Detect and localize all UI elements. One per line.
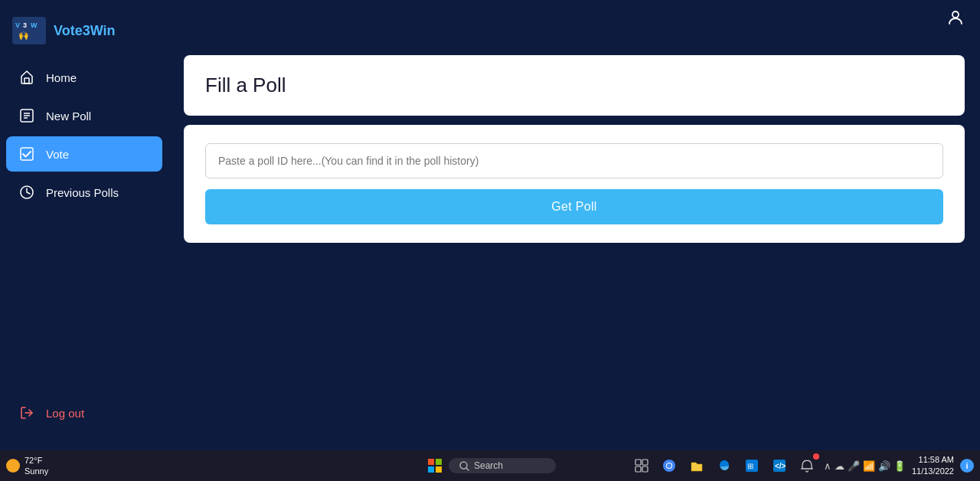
user-icon[interactable]: [946, 8, 965, 31]
chrome-icon[interactable]: [658, 455, 680, 476]
svg-rect-14: [428, 459, 434, 465]
svg-text:🙌: 🙌: [18, 30, 29, 41]
sidebar-item-home[interactable]: Home: [6, 60, 162, 95]
tray-battery-icon[interactable]: 🔋: [893, 460, 906, 472]
logo-text: Vote3Win: [54, 23, 116, 39]
logout-icon: [18, 404, 35, 421]
start-button[interactable]: [424, 455, 446, 476]
clock-date: 11/13/2022: [912, 466, 954, 477]
taskbar-right: ⊞ </> ∧ ☁ 🎤 📶 🔊 🔋: [631, 454, 974, 478]
svg-text:⊞: ⊞: [747, 462, 753, 470]
logo-icon: V 3 W 🙌: [12, 17, 46, 44]
svg-rect-15: [436, 459, 442, 465]
tray-cloud-icon[interactable]: ☁: [835, 460, 844, 472]
clock-area: 11:58 AM 11/13/2022: [912, 454, 954, 478]
main-content: Fill a Poll Get Poll: [168, 40, 980, 450]
store-icon[interactable]: ⊞: [741, 455, 763, 476]
logout-button[interactable]: Log out: [12, 398, 156, 427]
taskbar: 72°F Sunny Search: [0, 450, 980, 481]
sidebar-item-vote-label: Vote: [46, 148, 69, 161]
logo-area: V 3 W 🙌 Vote3Win: [0, 8, 168, 60]
sun-icon: [6, 459, 20, 473]
clock-time: 11:58 AM: [912, 454, 954, 466]
card-body: Get Poll: [184, 125, 965, 243]
sidebar-nav: Home New Poll: [0, 60, 168, 386]
sidebar-item-new-poll-label: New Poll: [46, 110, 91, 123]
svg-text:3: 3: [23, 21, 27, 29]
tray-volume-icon[interactable]: 🔊: [878, 460, 890, 472]
notification-icon[interactable]: [796, 455, 818, 476]
logout-label: Log out: [46, 407, 84, 420]
sidebar-item-home-label: Home: [46, 71, 77, 84]
top-header: [168, 0, 980, 40]
svg-rect-21: [642, 460, 648, 465]
tray-wifi-icon[interactable]: 📶: [863, 460, 875, 472]
temperature: 72°F: [24, 455, 48, 466]
svg-rect-17: [436, 466, 442, 473]
svg-text:W: W: [31, 21, 38, 29]
svg-point-26: [667, 463, 671, 468]
svg-text:</>: </>: [775, 462, 786, 470]
sidebar-bottom: Log out: [0, 386, 168, 443]
sys-tray: ∧ ☁ 🎤 📶 🔊 🔋: [824, 460, 906, 472]
sidebar-item-previous-polls-label: Previous Polls: [46, 186, 119, 199]
search-bar[interactable]: Search: [449, 458, 556, 473]
sidebar-item-vote[interactable]: Vote: [6, 136, 162, 172]
card-title-area: Fill a Poll: [184, 55, 965, 116]
page-title: Fill a Poll: [205, 74, 943, 97]
sidebar-item-previous-polls[interactable]: Previous Polls: [6, 175, 162, 210]
weather-text: 72°F Sunny: [24, 455, 48, 477]
get-poll-button[interactable]: Get Poll: [205, 189, 943, 224]
info-circle[interactable]: i: [960, 459, 974, 473]
svg-rect-20: [635, 460, 641, 465]
svg-line-19: [466, 468, 469, 470]
poll-id-input[interactable]: [205, 143, 943, 178]
vote-icon: [18, 146, 35, 162]
title-card: Fill a Poll: [184, 55, 965, 116]
vscode-icon[interactable]: </>: [769, 455, 790, 476]
svg-rect-5: [24, 78, 29, 83]
sidebar: V 3 W 🙌 Vote3Win Home: [0, 0, 168, 450]
new-poll-icon: [18, 107, 35, 124]
input-card: Get Poll: [184, 125, 965, 243]
sidebar-item-new-poll[interactable]: New Poll: [6, 98, 162, 133]
weather-condition: Sunny: [24, 466, 48, 476]
edge-icon[interactable]: [714, 455, 735, 476]
file-explorer-icon[interactable]: [686, 455, 707, 476]
svg-point-13: [952, 11, 959, 18]
previous-polls-icon: [18, 184, 35, 201]
home-icon: [18, 69, 35, 86]
svg-rect-16: [428, 466, 434, 473]
tray-mic-icon[interactable]: 🎤: [848, 460, 860, 472]
tray-expand-icon[interactable]: ∧: [824, 460, 831, 472]
search-label: Search: [474, 460, 503, 471]
svg-rect-23: [642, 466, 648, 472]
task-view-icon[interactable]: [631, 455, 652, 476]
taskbar-center: Search: [424, 455, 556, 476]
svg-rect-22: [635, 466, 641, 472]
notification-badge-dot: [813, 453, 819, 460]
svg-text:V: V: [15, 21, 20, 29]
weather-widget: 72°F Sunny: [6, 455, 48, 477]
search-icon: [459, 461, 469, 471]
